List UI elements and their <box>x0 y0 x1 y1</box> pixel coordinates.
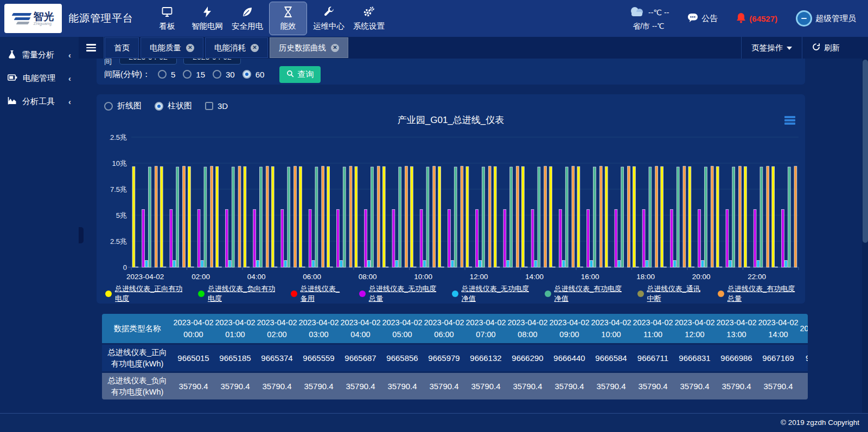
bar[interactable] <box>550 166 552 267</box>
bar[interactable] <box>163 267 166 267</box>
bar[interactable] <box>479 261 482 268</box>
bar[interactable] <box>395 261 398 268</box>
tab-power-quality[interactable]: 电能质量 ✕ <box>141 37 203 58</box>
bar[interactable] <box>636 267 639 267</box>
bar[interactable] <box>266 166 269 267</box>
bar[interactable] <box>676 167 679 267</box>
nav-item-dashboard[interactable]: 看板 <box>149 2 186 35</box>
bar[interactable] <box>247 267 250 267</box>
bar[interactable] <box>228 261 231 268</box>
bar[interactable] <box>299 166 302 267</box>
radio-checked-icon[interactable] <box>155 102 163 111</box>
alarm-button[interactable]: (64527) <box>736 12 777 25</box>
bar[interactable] <box>183 166 186 267</box>
bar[interactable] <box>494 166 496 267</box>
chart-mode-bar[interactable]: 柱状图 <box>155 101 192 111</box>
bar[interactable] <box>411 166 413 267</box>
sidebar-item-energy-management[interactable]: 电能管理 ‹ <box>0 67 79 90</box>
bar[interactable] <box>683 166 686 267</box>
bar[interactable] <box>729 261 732 268</box>
bar[interactable] <box>628 166 630 267</box>
bar[interactable] <box>136 267 138 267</box>
bar[interactable] <box>322 166 324 267</box>
bar[interactable] <box>649 167 652 267</box>
bar[interactable] <box>482 167 485 267</box>
legend-item[interactable]: 总进线仪表_无功电度总量 <box>359 284 438 304</box>
bar[interactable] <box>590 261 593 268</box>
bar[interactable] <box>271 166 274 267</box>
bar[interactable] <box>531 209 534 267</box>
interval-option-15[interactable]: 15 <box>183 70 205 79</box>
legend-item[interactable]: 总进线仪表_正向有功电度 <box>105 284 184 304</box>
bar[interactable] <box>438 166 441 267</box>
bar[interactable] <box>572 166 575 267</box>
bar[interactable] <box>516 166 519 267</box>
bar[interactable] <box>767 166 769 267</box>
bar[interactable] <box>330 267 333 267</box>
bar[interactable] <box>132 166 135 267</box>
interval-option-60[interactable]: 60 <box>242 70 265 79</box>
bar[interactable] <box>173 261 176 268</box>
bar[interactable] <box>336 209 339 267</box>
bar[interactable] <box>253 209 256 267</box>
bar[interactable] <box>497 267 500 267</box>
bar[interactable] <box>534 261 537 268</box>
bar[interactable] <box>420 209 423 267</box>
bar[interactable] <box>302 267 305 267</box>
bar[interactable] <box>701 261 704 268</box>
bar[interactable] <box>618 261 621 268</box>
checkbox-icon[interactable] <box>205 102 213 110</box>
bar[interactable] <box>726 209 729 267</box>
bar[interactable] <box>757 261 760 268</box>
tab-home[interactable]: 首页 <box>105 37 139 58</box>
bar[interactable] <box>160 166 163 267</box>
legend-item[interactable]: 总进线仪表_无功电度净值 <box>452 284 531 304</box>
nav-item-energy-efficiency[interactable]: 能效 <box>269 2 307 35</box>
bar[interactable] <box>377 166 380 267</box>
bar[interactable] <box>281 209 284 267</box>
bar[interactable] <box>469 267 472 267</box>
bar[interactable] <box>423 261 426 268</box>
bar[interactable] <box>698 209 701 267</box>
chart-mode-3d[interactable]: 3D <box>205 101 228 111</box>
bar[interactable] <box>664 267 667 267</box>
radio-icon[interactable] <box>183 70 192 79</box>
bar[interactable] <box>260 167 263 267</box>
radio-icon[interactable] <box>104 102 113 111</box>
bar[interactable] <box>426 167 429 267</box>
legend-item[interactable]: 总进线仪表_备用 <box>291 284 345 304</box>
bar[interactable] <box>355 166 358 267</box>
bar[interactable] <box>608 267 611 267</box>
bar[interactable] <box>142 209 145 267</box>
bar[interactable] <box>442 267 444 267</box>
tab-history-data-curve[interactable]: 历史数据曲线 ✕ <box>270 37 348 58</box>
bar[interactable] <box>784 261 787 268</box>
bar[interactable] <box>488 166 491 267</box>
bar[interactable] <box>433 166 436 267</box>
bar[interactable] <box>580 267 583 267</box>
notice-button[interactable]: 公告 <box>687 13 718 24</box>
tab-operations-dropdown[interactable]: 页签操作 <box>741 37 802 59</box>
bar[interactable] <box>201 261 203 268</box>
bar[interactable] <box>197 209 200 267</box>
interval-option-30[interactable]: 30 <box>213 70 235 79</box>
bar[interactable] <box>661 166 663 267</box>
radio-checked-icon[interactable] <box>242 70 251 79</box>
end-date-input[interactable]: 2023-04-02 <box>183 59 241 65</box>
bar[interactable] <box>371 167 374 267</box>
close-icon[interactable]: ✕ <box>186 44 194 52</box>
bar[interactable] <box>732 167 735 267</box>
bar[interactable] <box>288 167 290 267</box>
bar[interactable] <box>719 267 722 267</box>
bar[interactable] <box>593 167 596 267</box>
bar[interactable] <box>216 166 219 267</box>
nav-item-smart-grid[interactable]: 智能电网 <box>189 2 226 35</box>
legend-item[interactable]: 总进线仪表_有功电度总量 <box>718 284 796 304</box>
radio-icon[interactable] <box>213 70 221 79</box>
tab-power-consumption[interactable]: 电能消耗 ✕ <box>205 37 268 58</box>
bar[interactable] <box>312 261 315 268</box>
bar[interactable] <box>716 166 719 267</box>
bar[interactable] <box>772 166 775 267</box>
interval-option-5[interactable]: 5 <box>158 70 175 79</box>
bar[interactable] <box>204 167 207 267</box>
